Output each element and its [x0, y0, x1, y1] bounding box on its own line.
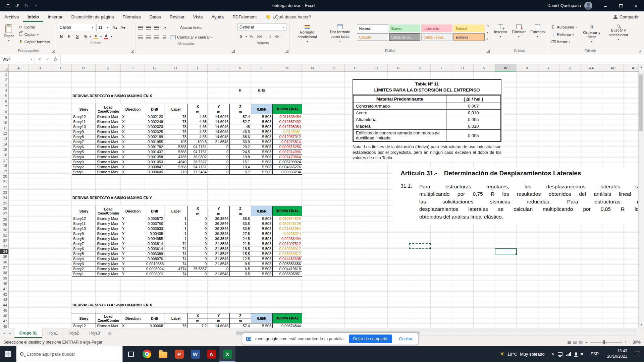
- underline-button[interactable]: S: [74, 33, 81, 40]
- table-cell[interactable]: 5.508: [251, 155, 273, 160]
- insert-cells-button[interactable]: + Insertar▾: [492, 23, 509, 39]
- table-cell[interactable]: 5.508: [251, 236, 273, 241]
- table-cell[interactable]: X: [121, 144, 145, 149]
- table-cell[interactable]: 5.7: [230, 170, 251, 175]
- number-format-combo[interactable]: General▾: [237, 23, 286, 31]
- table-cell[interactable]: 0.005799924: [273, 160, 302, 165]
- font-size-combo[interactable]: 11▾: [96, 24, 110, 31]
- table-cell[interactable]: 0.002189: [145, 134, 164, 139]
- table-cell[interactable]: Story1: [72, 170, 96, 175]
- table-cell[interactable]: 21.8546: [208, 251, 230, 256]
- scroll-thumb[interactable]: [639, 74, 643, 131]
- next-sheet-icon[interactable]: ►: [8, 331, 11, 335]
- table-cell[interactable]: 0.009815256: [273, 144, 302, 149]
- align-top-icon[interactable]: [137, 24, 144, 31]
- percent-icon[interactable]: %: [248, 33, 255, 40]
- zoom-slider-thumb[interactable]: [603, 340, 605, 344]
- column-header-W[interactable]: W: [495, 64, 517, 71]
- table-cell[interactable]: 94.7151: [188, 165, 208, 170]
- table-cell[interactable]: 0: [188, 246, 208, 251]
- table-cell[interactable]: 0.00068: [145, 323, 164, 328]
- table-cell[interactable]: 5.508: [251, 144, 273, 149]
- table-cell[interactable]: Story12: [72, 323, 96, 328]
- row-header-31[interactable]: 31: [0, 233, 8, 238]
- taskbar-word[interactable]: W: [187, 346, 203, 362]
- row-header-37[interactable]: 37: [0, 265, 8, 270]
- table-cell[interactable]: 5.508: [251, 246, 273, 251]
- table-header[interactable]: X: [188, 313, 208, 318]
- row-header-32[interactable]: 32: [0, 238, 8, 243]
- column-header-M[interactable]: M: [272, 64, 302, 71]
- name-box[interactable]: W34 ▾: [0, 54, 35, 64]
- table-cell[interactable]: 0.004419619: [273, 266, 302, 272]
- enter-icon[interactable]: ✓: [44, 57, 52, 62]
- column-header-E[interactable]: E: [96, 64, 121, 71]
- table-cell[interactable]: 33.5: [230, 221, 251, 226]
- table-cell[interactable]: Story11: [72, 221, 96, 226]
- paste-button[interactable]: Pegar ▾: [2, 23, 16, 43]
- table-cell[interactable]: 0.0006001: [145, 272, 164, 277]
- table-cell[interactable]: 5.508: [251, 272, 273, 277]
- table-cell[interactable]: 4.65: [188, 119, 208, 124]
- table-cell[interactable]: 0.007479864: [273, 155, 302, 160]
- table-cell[interactable]: 24.5: [230, 149, 251, 155]
- column-header-Q[interactable]: Q: [366, 64, 388, 71]
- select-all-corner[interactable]: [0, 64, 9, 71]
- table-cell[interactable]: 0.0223074: [273, 231, 302, 236]
- table-cell[interactable]: 21.8546: [208, 256, 230, 261]
- save-icon[interactable]: [3, 1, 12, 10]
- table-cell[interactable]: 0.004055: [145, 236, 164, 241]
- table-cell[interactable]: Sismo x Max: [96, 134, 121, 139]
- row-header-38[interactable]: 38: [0, 270, 8, 276]
- table-cell[interactable]: Sismo x Max: [96, 129, 121, 134]
- column-header-O[interactable]: O: [323, 64, 345, 71]
- cell-style-celda-vincul[interactable]: Celda vincul...: [421, 33, 452, 41]
- row-header-15[interactable]: 15: [0, 147, 8, 152]
- table-header[interactable]: Direction: [121, 104, 145, 114]
- table-cell[interactable]: 5.508: [251, 124, 273, 129]
- tell-me-box[interactable]: ¿Qué desea hacer?: [266, 11, 311, 22]
- table-cell[interactable]: 0.002323: [145, 124, 164, 129]
- fill-button[interactable]: ↓Rellenar▾: [549, 31, 578, 38]
- table-cell[interactable]: 0.012387492: [273, 119, 302, 124]
- format-painter-button[interactable]: Copiar formato: [17, 38, 51, 46]
- row-header-11[interactable]: 11: [0, 125, 8, 131]
- row-header-1[interactable]: 1: [0, 72, 8, 77]
- table-cell[interactable]: 5.508: [251, 119, 273, 124]
- column-header-A[interactable]: A: [9, 64, 29, 71]
- table-cell[interactable]: 0.012795084: [273, 124, 302, 129]
- table-cell[interactable]: 5.508: [251, 231, 273, 236]
- table-cell[interactable]: X: [121, 139, 145, 144]
- table-cell[interactable]: 78: [164, 119, 188, 124]
- table-cell[interactable]: Story5: [72, 149, 96, 155]
- row-header-7[interactable]: 7: [0, 104, 8, 109]
- table-cell[interactable]: 15.5: [230, 251, 251, 256]
- row-header-5[interactable]: 5: [0, 93, 8, 99]
- sort-filter-button[interactable]: ⇅ Ordenar y filtrar▾: [579, 23, 604, 45]
- taskbar-explorer[interactable]: [155, 346, 171, 362]
- table-cell[interactable]: 9.5: [230, 261, 251, 266]
- taskbar-search[interactable]: Escribe aquí para buscar: [16, 346, 123, 362]
- insert-function-icon[interactable]: fx: [52, 57, 60, 62]
- scroll-up-icon[interactable]: ▲: [640, 64, 643, 70]
- table-cell[interactable]: 0: [208, 160, 230, 165]
- decrease-decimal-icon[interactable]: .00→: [274, 33, 282, 40]
- table-cell[interactable]: 5.508: [251, 139, 273, 144]
- conditional-formatting-button[interactable]: Formato condicional▾: [291, 23, 323, 44]
- table-cell[interactable]: 27.5: [230, 231, 251, 236]
- table-cell[interactable]: 0.007914996: [273, 149, 302, 155]
- table-cell[interactable]: 36.3546: [208, 221, 230, 226]
- sheet-tab-hoja1[interactable]: Hoja1: [43, 328, 63, 338]
- table-cell[interactable]: 0.019905912: [273, 246, 302, 251]
- undo-icon[interactable]: ↺: [13, 1, 21, 10]
- autosum-button[interactable]: ΣAutosuma▾: [549, 23, 578, 31]
- table-cell[interactable]: Y: [121, 256, 145, 261]
- table-cell[interactable]: Sismo y Max: [96, 261, 121, 266]
- table-cell[interactable]: 30.5: [230, 226, 251, 231]
- table-cell[interactable]: 21.8546: [208, 272, 230, 277]
- table-cell[interactable]: 5.508: [251, 129, 273, 134]
- table-cell[interactable]: Y: [121, 236, 145, 241]
- table-cell[interactable]: 36.3546: [208, 226, 230, 231]
- table-cell[interactable]: 0.008076: [145, 256, 164, 261]
- table-header[interactable]: Story: [72, 313, 96, 323]
